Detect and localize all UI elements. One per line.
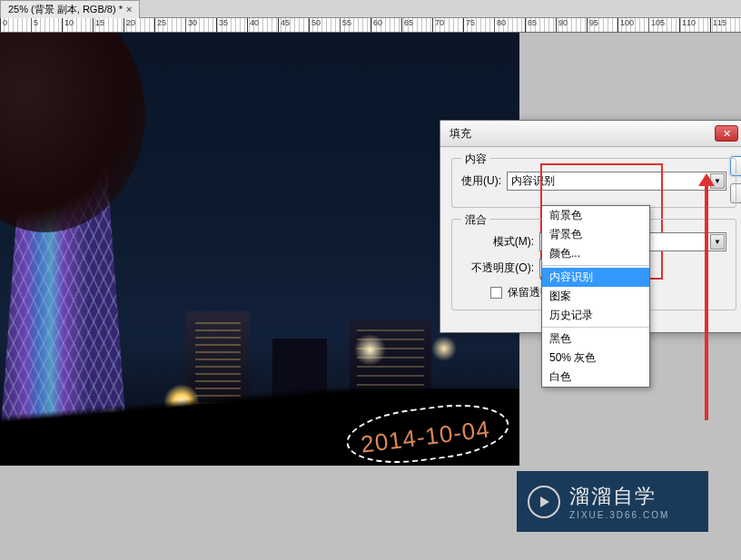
annotation-arrow [705,184,708,420]
tab-bar: 25% (背景 副本, RGB/8) * × [0,0,741,18]
horizontal-ruler: 0510152025303540455055606570758085909510… [0,18,741,33]
close-icon[interactable]: × [126,4,132,15]
option-content-aware[interactable]: 内容识别 [542,268,649,287]
option-black[interactable]: 黑色 [542,329,649,349]
separator [542,265,649,266]
dialog-title-text: 填充 [450,126,471,142]
mode-label: 模式(M): [461,234,534,250]
document-tab[interactable]: 25% (背景 副本, RGB/8) * × [0,0,140,18]
separator [542,327,649,328]
watermark-sub: ZIXUE.3D66.COM [569,510,669,520]
watermark-main: 溜溜自学 [569,483,669,510]
use-value: 内容识别 [511,173,555,189]
content-legend: 内容 [461,152,490,167]
option-gray50[interactable]: 50% 灰色 [542,349,649,368]
option-foreground[interactable]: 前景色 [542,206,649,225]
option-white[interactable]: 白色 [542,368,649,387]
use-dropdown-list: 前景色 背景色 颜色... 内容识别 图案 历史记录 黑色 50% 灰色 白色 [541,205,650,388]
svg-marker-0 [540,496,549,507]
use-label: 使用(U): [461,173,501,189]
play-icon [528,486,560,518]
blend-legend: 混合 [461,212,490,228]
opacity-label: 不透明度(O): [461,260,534,276]
watermark: 溜溜自学 ZIXUE.3D66.COM [517,471,708,532]
option-pattern[interactable]: 图案 [542,287,649,306]
preserve-transparency-checkbox[interactable] [490,287,502,299]
use-dropdown[interactable]: 内容识别 ▼ [507,172,726,191]
option-history[interactable]: 历史记录 [542,306,649,325]
dialog-close-button[interactable]: ✕ [715,125,738,142]
tab-title: 25% (背景 副本, RGB/8) * [8,3,123,16]
dialog-titlebar[interactable]: 填充 ✕ [440,121,741,147]
option-background[interactable]: 背景色 [542,225,649,244]
option-color[interactable]: 颜色... [542,244,649,263]
content-fieldset: 内容 使用(U): 内容识别 ▼ [451,158,736,208]
chevron-down-icon[interactable]: ▼ [710,234,725,250]
